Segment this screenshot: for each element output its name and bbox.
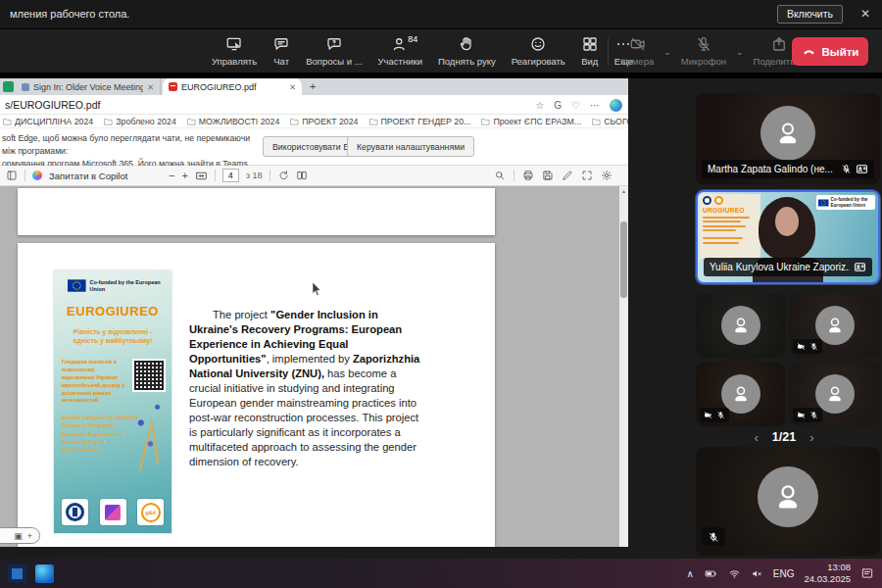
participants-button[interactable]: 84 Участники <box>370 29 430 73</box>
pdf-floating-widget[interactable]: ▣ + <box>0 527 40 544</box>
wheat-decoration <box>151 419 159 465</box>
pdf-previous-page <box>18 188 495 235</box>
participant-tile[interactable] <box>696 294 785 358</box>
language-indicator[interactable]: ENG <box>773 568 795 579</box>
pdf-page: Co-funded by the European Union EUROGIUR… <box>18 243 495 547</box>
bookmark-item[interactable]: СЬОГОДНІ 2024 <box>592 117 628 126</box>
chat-icon <box>272 35 290 53</box>
volume-muted-icon[interactable] <box>751 567 763 580</box>
manage-button[interactable]: Управлять <box>204 29 265 73</box>
pdf-toolbar: Запитати в Copilot − + 4 з 18 <box>0 166 628 186</box>
cofunded-caption: Co-funded by the European Union <box>90 279 164 293</box>
folder-icon <box>3 118 12 125</box>
page-indicator: 1/21 <box>772 430 796 444</box>
favorite-star-icon[interactable]: ☆ <box>535 100 544 111</box>
tab-meeting[interactable]: Sign In: Older Voice Meeting No... ✕ <box>16 78 161 95</box>
battery-icon[interactable] <box>704 567 718 580</box>
participant-tile[interactable] <box>696 363 785 426</box>
settings-gear-icon[interactable] <box>601 170 612 181</box>
poster-slogan: Рівність у відновленні - єдність у майбу… <box>62 327 164 345</box>
ask-copilot-button[interactable]: Запитати в Copilot <box>49 171 127 181</box>
camera-options-chevron-icon[interactable]: ⌄ <box>663 45 671 57</box>
page-view-icon[interactable] <box>296 170 308 181</box>
translate-icon[interactable]: G <box>554 100 562 111</box>
camera-button[interactable]: Камера <box>613 35 662 67</box>
manage-settings-button[interactable]: Керувати налаштуваннями <box>347 136 474 157</box>
mic-off-icon <box>809 342 818 351</box>
profile-card-icon[interactable] <box>854 261 866 273</box>
draw-icon[interactable] <box>562 170 573 181</box>
fullscreen-icon[interactable] <box>581 170 593 181</box>
print-icon[interactable] <box>522 170 534 181</box>
next-page-chevron-icon[interactable]: › <box>809 430 813 445</box>
camera-off-icon <box>629 35 647 53</box>
monitor-cursor-icon <box>225 35 243 53</box>
profile-card-icon[interactable] <box>856 163 868 175</box>
scroll-up-icon[interactable]: ▴ <box>619 187 628 194</box>
mic-off-icon <box>809 411 818 419</box>
notification-center-icon[interactable] <box>860 566 874 580</box>
participant-tile[interactable] <box>696 447 880 556</box>
person-icon <box>729 382 753 406</box>
toc-sidebar-icon[interactable] <box>6 170 18 181</box>
raise-hand-button[interactable]: Поднять руку <box>430 29 504 73</box>
tab-close-icon[interactable]: ✕ <box>147 82 154 92</box>
pdf-scrollbar[interactable]: ▴ <box>619 186 628 547</box>
participant-tile-yuliia-active[interactable]: UROGIUREO Co-funded by the European Unio… <box>696 190 880 284</box>
bookmark-item[interactable]: Проект ЄПС ЕРАЗМ... <box>481 117 581 126</box>
zoom-in-icon[interactable]: + <box>181 171 187 181</box>
prev-page-chevron-icon[interactable]: ‹ <box>754 430 758 445</box>
bookmark-item[interactable]: Зроблено 2024 <box>104 117 176 126</box>
participants-count-badge: 84 <box>408 34 417 44</box>
rotate-icon[interactable] <box>277 170 289 181</box>
participant-tile[interactable] <box>789 363 880 426</box>
divider <box>24 170 25 181</box>
clock[interactable]: 13:08 24.03.2025 <box>804 562 851 585</box>
microphone-button[interactable]: Микрофон <box>673 35 734 67</box>
bookmark-item[interactable]: ПРОЕКТ 2024 <box>290 117 358 126</box>
wifi-icon[interactable] <box>728 567 741 580</box>
person-icon <box>771 117 805 150</box>
react-button[interactable]: Реагировать <box>504 29 573 73</box>
leave-button[interactable]: Выйти <box>792 37 868 66</box>
bookmark-item[interactable]: МОЖЛИВОСТІ 2024 <box>187 117 280 126</box>
phone-handset-icon <box>802 44 816 59</box>
participant-tile-martha[interactable]: Martha Zapata Galindo (не... <box>696 93 880 184</box>
enable-button[interactable]: Включить <box>777 5 843 24</box>
smiley-icon <box>529 35 547 53</box>
new-tab-icon[interactable]: + <box>310 80 316 92</box>
widget-plus-icon: + <box>27 531 32 541</box>
favorites-icon[interactable]: ♡ <box>571 100 580 111</box>
edge-browser-window: Sign In: Older Voice Meeting No... ✕ EUR… <box>0 78 628 547</box>
url-text[interactable]: s/EUROGIUREO.pdf <box>5 99 100 111</box>
bookmark-item[interactable]: ДИСЦИПЛІНА 2024 <box>3 117 93 126</box>
search-icon[interactable] <box>494 170 506 181</box>
tray-expand-chevron-icon[interactable]: ∧ <box>686 568 693 579</box>
browser-profile-avatar[interactable] <box>610 99 622 112</box>
close-icon[interactable]: ✕ <box>860 7 870 21</box>
chat-button[interactable]: Чат <box>265 29 298 73</box>
taskbar-app-icon-1[interactable] <box>8 564 26 583</box>
mic-options-chevron-icon[interactable]: ⌄ <box>736 45 744 57</box>
taskbar-app-icon-2[interactable] <box>35 564 54 583</box>
camera-off-icon <box>797 342 806 351</box>
tab-close-icon[interactable]: ✕ <box>289 82 296 92</box>
view-button[interactable]: Вид <box>573 29 607 73</box>
address-more-icon[interactable]: ⋯ <box>590 100 600 111</box>
bookmark-item[interactable]: ПРОЕКТ ГЕНДЕР 20... <box>369 117 471 126</box>
copilot-icon <box>32 171 42 180</box>
pdf-viewer-canvas[interactable]: Co-funded by the European Union EUROGIUR… <box>0 186 628 547</box>
zoom-out-icon[interactable]: − <box>169 171 174 181</box>
questions-button[interactable]: Вопросы и ... <box>298 29 369 73</box>
address-bar[interactable]: s/EUROGIUREO.pdf ☆ G ♡ ⋯ <box>0 95 628 115</box>
participant-tile[interactable] <box>789 294 880 358</box>
fit-to-width-icon[interactable] <box>195 170 208 182</box>
save-icon[interactable] <box>542 170 554 181</box>
scrollbar-thumb[interactable] <box>620 221 627 298</box>
mic-off-icon <box>708 531 719 543</box>
eu-flag-badge: Co-funded by the European Union <box>816 195 875 210</box>
tab-pdf-active[interactable]: EUROGIUREO.pdf ✕ <box>163 78 302 95</box>
banner-title: UROGIUREO <box>703 207 758 214</box>
pinned-app-icon[interactable] <box>3 81 14 92</box>
page-number-input[interactable]: 4 <box>222 169 239 182</box>
